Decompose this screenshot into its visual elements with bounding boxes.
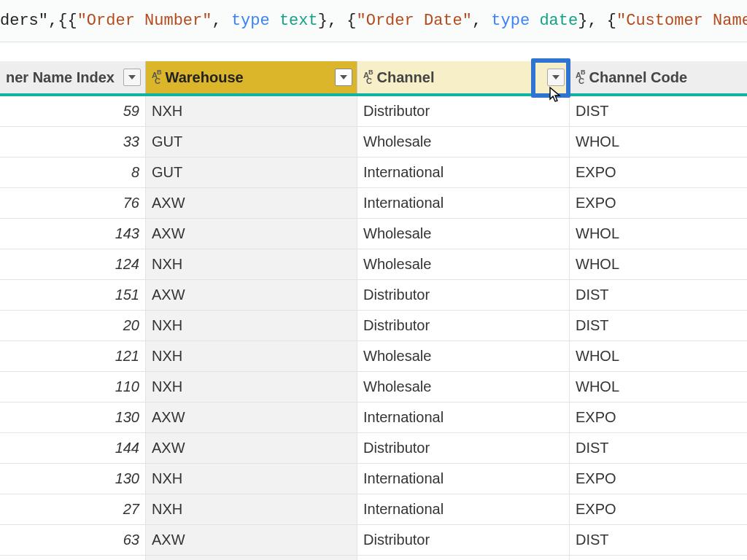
cell-warehouse[interactable]: AXW xyxy=(146,525,357,555)
cell-channel[interactable]: Wholesale xyxy=(357,127,570,157)
cell-customer-name-index[interactable]: 151 xyxy=(0,280,146,310)
cell-warehouse[interactable]: NXH xyxy=(146,464,357,494)
cell-channel-code[interactable]: EXPO xyxy=(570,158,747,187)
cell-customer-name-index[interactable]: 33 xyxy=(0,127,146,157)
cell-warehouse[interactable]: GUT xyxy=(146,158,357,187)
cell-channel-code[interactable]: EXPO xyxy=(570,464,747,494)
table-row[interactable]: 130NXHInternationalEXPO xyxy=(0,464,747,494)
cell-channel-code[interactable]: EXPO xyxy=(570,402,747,432)
cell-warehouse[interactable]: NXH xyxy=(146,96,357,126)
column-label: ner Name Index xyxy=(6,69,123,86)
cell-channel-code[interactable]: EXPO xyxy=(570,188,747,218)
cell-channel[interactable]: Wholesale xyxy=(357,372,570,402)
filter-dropdown-button[interactable] xyxy=(547,69,565,86)
cell-channel-code[interactable]: WHOL xyxy=(570,219,747,249)
cell-customer-name-index[interactable]: 8 xyxy=(0,158,146,187)
cell-channel[interactable]: Distributor xyxy=(357,280,570,310)
cell-channel[interactable]: Wholesale xyxy=(357,341,570,371)
cell-warehouse[interactable]: AXW xyxy=(146,402,357,432)
table-row[interactable]: 110NXHWholesaleWHOL xyxy=(0,372,747,402)
cell-channel-code[interactable]: DIST xyxy=(570,311,747,341)
cell-customer-name-index[interactable]: 110 xyxy=(0,556,146,560)
cell-channel[interactable]: International xyxy=(357,464,570,494)
cell-channel-code[interactable]: DIST xyxy=(570,433,747,463)
cell-customer-name-index[interactable]: 63 xyxy=(0,525,146,555)
cell-channel[interactable]: International xyxy=(357,402,570,432)
column-header-channel-code[interactable]: ABC Channel Code xyxy=(570,61,747,93)
cell-warehouse[interactable]: FLR xyxy=(146,556,357,560)
chevron-down-icon xyxy=(340,75,347,79)
table-row[interactable]: 144AXWDistributorDIST xyxy=(0,433,747,464)
cell-channel[interactable]: Distributor xyxy=(357,433,570,463)
cell-channel-code[interactable]: WHOL xyxy=(570,556,747,560)
cell-customer-name-index[interactable]: 27 xyxy=(0,494,146,524)
filter-dropdown-button[interactable] xyxy=(335,69,352,86)
cell-channel[interactable]: Distributor xyxy=(357,311,570,341)
cell-warehouse[interactable]: NXH xyxy=(146,249,357,279)
column-header-warehouse[interactable]: ABC Warehouse xyxy=(146,61,357,93)
cell-customer-name-index[interactable]: 110 xyxy=(0,372,146,402)
formula-string-2: "Order Date" xyxy=(357,12,472,30)
column-header-channel[interactable]: ABC Channel xyxy=(357,61,570,93)
table-row[interactable]: 27NXHInternationalEXPO xyxy=(0,494,747,525)
cell-channel-code[interactable]: DIST xyxy=(570,96,747,126)
cell-warehouse[interactable]: NXH xyxy=(146,341,357,371)
table-row[interactable]: 8GUTInternationalEXPO xyxy=(0,158,747,188)
text-type-icon: ABC xyxy=(152,69,161,86)
formula-keyword-text: text xyxy=(279,12,318,30)
formula-bar[interactable]: ders",{{"Order Number", type text}, {"Or… xyxy=(0,0,747,42)
cell-customer-name-index[interactable]: 121 xyxy=(0,341,146,371)
cell-channel[interactable]: Wholesale xyxy=(357,249,570,279)
cell-warehouse[interactable]: NXH xyxy=(146,494,357,524)
cell-warehouse[interactable]: AXW xyxy=(146,280,357,310)
cell-channel-code[interactable]: EXPO xyxy=(570,494,747,524)
cell-warehouse[interactable]: AXW xyxy=(146,433,357,463)
cell-customer-name-index[interactable]: 124 xyxy=(0,249,146,279)
column-header-customer-name-index[interactable]: ner Name Index xyxy=(0,61,146,93)
column-label: Channel xyxy=(377,69,547,86)
cell-channel-code[interactable]: WHOL xyxy=(570,249,747,279)
cell-channel-code[interactable]: WHOL xyxy=(570,127,747,157)
cell-channel-code[interactable]: WHOL xyxy=(570,372,747,402)
cell-customer-name-index[interactable]: 76 xyxy=(0,188,146,218)
cell-channel[interactable]: Distributor xyxy=(357,96,570,126)
cell-channel[interactable]: Distributor xyxy=(357,525,570,555)
cell-customer-name-index[interactable]: 20 xyxy=(0,311,146,341)
cell-warehouse[interactable]: NXH xyxy=(146,311,357,341)
cell-customer-name-index[interactable]: 130 xyxy=(0,464,146,494)
cell-channel[interactable]: International xyxy=(357,188,570,218)
table-row[interactable]: 143AXWWholesaleWHOL xyxy=(0,219,747,249)
table-row[interactable]: 33GUTWholesaleWHOL xyxy=(0,127,747,158)
chevron-down-icon xyxy=(128,75,136,79)
cell-warehouse[interactable]: AXW xyxy=(146,188,357,218)
cell-channel[interactable]: Wholesale xyxy=(357,556,570,560)
cell-warehouse[interactable]: NXH xyxy=(146,372,357,402)
cell-customer-name-index[interactable]: 59 xyxy=(0,96,146,126)
table-row[interactable]: 59NXHDistributorDIST xyxy=(0,96,747,127)
chevron-down-icon xyxy=(552,75,560,79)
cell-channel[interactable]: International xyxy=(357,494,570,524)
table-row[interactable]: 20NXHDistributorDIST xyxy=(0,311,747,341)
table-row[interactable]: 63AXWDistributorDIST xyxy=(0,525,747,556)
formula-keyword-date: date xyxy=(539,12,578,30)
column-header-row: ner Name Index ABC Warehouse ABC Channel xyxy=(0,61,747,96)
table-row[interactable]: 76AXWInternationalEXPO xyxy=(0,188,747,219)
cell-warehouse[interactable]: AXW xyxy=(146,219,357,249)
cell-customer-name-index[interactable]: 130 xyxy=(0,402,146,432)
cell-channel[interactable]: Wholesale xyxy=(357,219,570,249)
cell-channel-code[interactable]: WHOL xyxy=(570,341,747,371)
table-row[interactable]: 130AXWInternationalEXPO xyxy=(0,402,747,433)
text-type-icon: ABC xyxy=(363,69,373,86)
filter-dropdown-button[interactable] xyxy=(123,69,141,86)
table-row[interactable]: 124NXHWholesaleWHOL xyxy=(0,249,747,280)
formula-string-1: "Order Number" xyxy=(77,12,212,30)
table-row[interactable]: 110FLRWholesaleWHOL xyxy=(0,556,747,560)
cell-channel-code[interactable]: DIST xyxy=(570,280,747,310)
table-row[interactable]: 151AXWDistributorDIST xyxy=(0,280,747,311)
table-row[interactable]: 121NXHWholesaleWHOL xyxy=(0,341,747,372)
cell-warehouse[interactable]: GUT xyxy=(146,127,357,157)
cell-channel[interactable]: International xyxy=(357,158,570,187)
cell-channel-code[interactable]: DIST xyxy=(570,525,747,555)
cell-customer-name-index[interactable]: 143 xyxy=(0,219,146,249)
cell-customer-name-index[interactable]: 144 xyxy=(0,433,146,463)
